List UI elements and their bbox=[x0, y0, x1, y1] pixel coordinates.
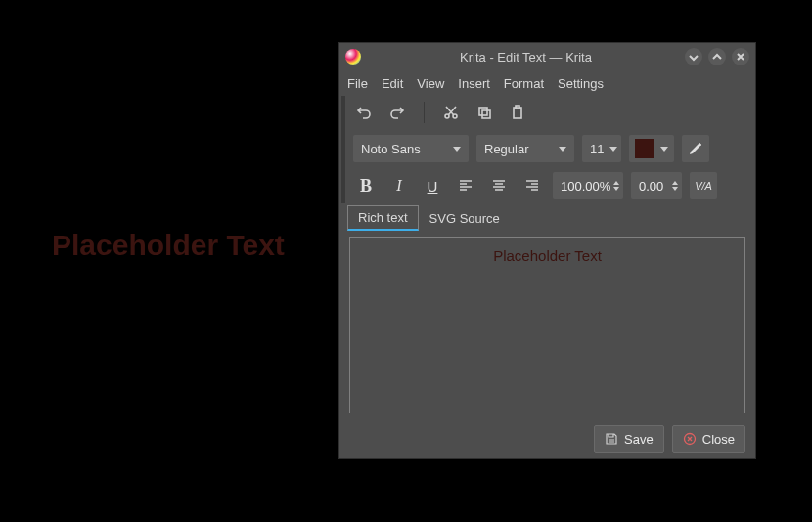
edit-text-window: Krita - Edit Text — Krita File Edit View… bbox=[338, 42, 756, 459]
font-size-dropdown[interactable]: 11 bbox=[582, 135, 621, 162]
letter-spacing-spinbox[interactable]: 0.00 bbox=[631, 172, 682, 199]
font-weight-dropdown[interactable]: Regular bbox=[476, 135, 574, 162]
menu-settings[interactable]: Settings bbox=[558, 76, 604, 91]
svg-point-1 bbox=[453, 114, 457, 118]
window-title: Krita - Edit Text — Krita bbox=[367, 50, 685, 65]
close-button[interactable]: Close bbox=[672, 425, 745, 453]
tab-rich-text[interactable]: Rich text bbox=[347, 205, 419, 231]
menu-format[interactable]: Format bbox=[504, 76, 544, 91]
font-toolbar: Noto Sans Regular 11 bbox=[341, 129, 755, 168]
chevron-down-icon bbox=[559, 147, 566, 152]
window-minimize-button[interactable] bbox=[685, 48, 702, 65]
spin-down-icon[interactable] bbox=[672, 187, 678, 191]
menubar: File Edit View Insert Format Settings bbox=[339, 70, 755, 96]
bold-button[interactable]: B bbox=[353, 173, 379, 198]
kerning-button[interactable]: V/A bbox=[690, 172, 717, 199]
format-toolbar: B I U 100.00% 0.00 V/A bbox=[341, 168, 755, 203]
svg-point-0 bbox=[445, 114, 449, 118]
spin-up-icon[interactable] bbox=[613, 181, 619, 185]
paste-icon[interactable] bbox=[507, 102, 528, 123]
window-close-button[interactable] bbox=[732, 48, 749, 65]
color-picker-button[interactable] bbox=[682, 135, 709, 162]
chevron-down-icon bbox=[453, 147, 461, 152]
align-left-button[interactable] bbox=[453, 173, 478, 198]
close-icon bbox=[683, 432, 697, 446]
letter-spacing-value: 0.00 bbox=[639, 179, 672, 194]
line-height-spinbox[interactable]: 100.00% bbox=[553, 172, 623, 199]
svg-rect-2 bbox=[479, 108, 487, 115]
font-family-value: Noto Sans bbox=[361, 142, 447, 156]
canvas-placeholder-text: Placeholder Text bbox=[52, 229, 285, 262]
spin-down-icon[interactable] bbox=[613, 187, 619, 191]
chevron-down-icon bbox=[609, 147, 617, 152]
tab-svg-source[interactable]: SVG Source bbox=[419, 206, 511, 231]
align-center-button[interactable] bbox=[486, 173, 512, 198]
menu-file[interactable]: File bbox=[347, 76, 368, 91]
underline-button[interactable]: U bbox=[420, 173, 445, 198]
dialog-footer: Save Close bbox=[339, 419, 755, 458]
copy-icon[interactable] bbox=[474, 102, 495, 123]
editor-tabs: Rich text SVG Source bbox=[339, 203, 755, 231]
menu-view[interactable]: View bbox=[417, 76, 444, 91]
chevron-down-icon bbox=[660, 147, 668, 152]
redo-icon[interactable] bbox=[386, 102, 408, 123]
save-label: Save bbox=[624, 432, 654, 447]
menu-insert[interactable]: Insert bbox=[458, 76, 490, 91]
line-height-value: 100.00% bbox=[561, 179, 613, 194]
titlebar[interactable]: Krita - Edit Text — Krita bbox=[339, 43, 755, 70]
undo-icon[interactable] bbox=[353, 102, 375, 123]
font-color-dropdown[interactable] bbox=[629, 135, 674, 162]
color-swatch bbox=[635, 139, 654, 158]
font-family-dropdown[interactable]: Noto Sans bbox=[353, 135, 469, 162]
text-editor-area[interactable]: Placeholder Text bbox=[349, 237, 745, 413]
spin-up-icon[interactable] bbox=[672, 181, 678, 185]
italic-button[interactable]: I bbox=[386, 173, 412, 198]
window-maximize-button[interactable] bbox=[708, 48, 726, 65]
font-size-value: 11 bbox=[590, 142, 604, 156]
cut-icon[interactable] bbox=[440, 102, 462, 123]
svg-rect-3 bbox=[482, 110, 490, 118]
krita-app-icon bbox=[345, 49, 361, 65]
menu-edit[interactable]: Edit bbox=[382, 76, 403, 91]
save-icon bbox=[605, 432, 618, 446]
toolbar-separator bbox=[424, 102, 425, 123]
font-weight-value: Regular bbox=[484, 142, 553, 156]
align-right-button[interactable] bbox=[519, 173, 545, 198]
save-button[interactable]: Save bbox=[594, 425, 664, 453]
edit-toolbar bbox=[341, 96, 755, 129]
close-label: Close bbox=[702, 432, 735, 447]
editor-text-content[interactable]: Placeholder Text bbox=[360, 247, 735, 264]
